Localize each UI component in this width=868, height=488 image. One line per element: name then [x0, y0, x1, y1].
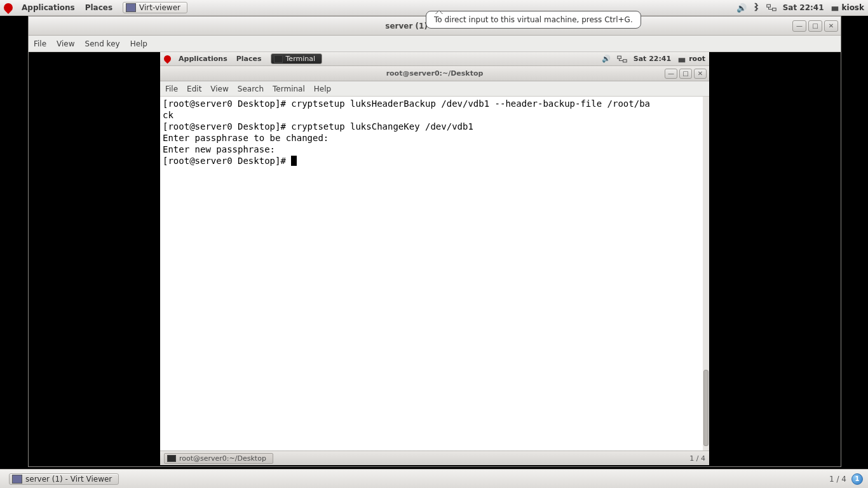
term-menu-view[interactable]: View	[210, 85, 228, 93]
svg-rect-3	[623, 59, 627, 62]
network-icon[interactable]	[766, 3, 776, 12]
term-menu-terminal[interactable]: Terminal	[273, 85, 305, 93]
host-taskbar-item[interactable]: server (1) - Virt Viewer	[9, 473, 119, 485]
guest-top-panel: Applications Places Terminal 🔊 Sat 22:41	[160, 52, 709, 66]
host-task-label: server (1) - Virt Viewer	[25, 475, 112, 484]
bluetooth-icon[interactable]	[753, 3, 760, 13]
applications-menu[interactable]: Applications	[18, 2, 79, 13]
terminal-menubar: File Edit View Search Terminal Help	[160, 81, 709, 97]
volume-icon[interactable]: 🔊	[736, 3, 747, 13]
terminal-window: root@server0:~/Desktop — □ ✕ File Edit V…	[160, 66, 709, 451]
vm-display[interactable]: Applications Places Terminal 🔊 Sat 22:41	[29, 52, 841, 466]
terminal-minimize-button[interactable]: —	[665, 69, 677, 79]
terminal-thumb-icon	[167, 455, 176, 462]
virt-viewer-window: server (1) - Virt Viewer — □ ✕ File View…	[28, 16, 841, 467]
redhat-icon	[163, 54, 173, 64]
terminal-title: root@server0:~/Desktop	[160, 69, 709, 78]
menu-sendkey[interactable]: Send key	[85, 39, 120, 48]
workspace-badge[interactable]: 1	[851, 473, 863, 485]
terminal-scrollbar[interactable]	[703, 97, 709, 451]
menu-help[interactable]: Help	[130, 39, 147, 48]
guest-bottom-panel: root@server0:~/Desktop 1 / 4	[160, 451, 709, 465]
redhat-icon	[2, 1, 15, 14]
host-bottom-panel: server (1) - Virt Viewer 1 / 4 1	[0, 469, 868, 488]
user-indicator[interactable]: kiosk	[831, 3, 864, 12]
user-label: kiosk	[842, 3, 864, 12]
guest-user-indicator[interactable]: root	[677, 55, 705, 64]
running-app-virt-viewer[interactable]: Virt-viewer	[123, 2, 187, 13]
guest-taskbar-item[interactable]: root@server0:~/Desktop	[164, 453, 273, 464]
clock[interactable]: Sat 22:41	[783, 3, 824, 12]
terminal-thumb-icon	[274, 55, 283, 63]
terminal-output[interactable]: [root@server0 Desktop]# cryptsetup luksH…	[160, 97, 703, 451]
guest-volume-icon[interactable]: 🔊	[602, 55, 611, 63]
guest-running-app-label: Terminal	[286, 55, 316, 63]
term-menu-file[interactable]: File	[165, 85, 178, 93]
minimize-button[interactable]: —	[792, 20, 806, 32]
term-menu-search[interactable]: Search	[238, 85, 264, 93]
guest-running-app-terminal[interactable]: Terminal	[271, 53, 323, 64]
guest-applications-menu[interactable]: Applications	[175, 53, 231, 64]
terminal-titlebar[interactable]: root@server0:~/Desktop — □ ✕	[160, 66, 709, 81]
running-app-label: Virt-viewer	[139, 3, 180, 12]
virt-menubar: File View Send key Help	[29, 36, 841, 52]
guest-task-label: root@server0:~/Desktop	[179, 454, 266, 463]
terminal-maximize-button[interactable]: □	[679, 69, 692, 79]
guest-workspace-indicator[interactable]: 1 / 4	[689, 454, 705, 463]
svg-rect-1	[772, 8, 776, 11]
scrollbar-thumb[interactable]	[703, 370, 709, 446]
guest-network-icon[interactable]	[617, 55, 627, 64]
term-menu-help[interactable]: Help	[314, 85, 331, 93]
window-thumb-icon	[126, 3, 136, 12]
input-grab-tooltip: To direct input to this virtual machine,…	[426, 11, 641, 29]
terminal-cursor	[291, 156, 297, 166]
menu-file[interactable]: File	[34, 39, 46, 48]
guest-desktop: Applications Places Terminal 🔊 Sat 22:41	[160, 52, 709, 465]
guest-clock[interactable]: Sat 22:41	[634, 55, 671, 63]
guest-user-label: root	[689, 55, 705, 63]
maximize-button[interactable]: □	[808, 20, 822, 32]
close-button[interactable]: ✕	[824, 20, 838, 32]
svg-rect-2	[618, 56, 621, 58]
svg-rect-0	[766, 4, 770, 7]
terminal-close-button[interactable]: ✕	[694, 69, 707, 79]
host-workspace-indicator[interactable]: 1 / 4	[829, 475, 846, 484]
places-menu[interactable]: Places	[81, 2, 116, 13]
menu-view[interactable]: View	[57, 39, 74, 48]
term-menu-edit[interactable]: Edit	[187, 85, 201, 93]
window-thumb-icon	[12, 475, 22, 484]
guest-places-menu[interactable]: Places	[233, 53, 266, 64]
